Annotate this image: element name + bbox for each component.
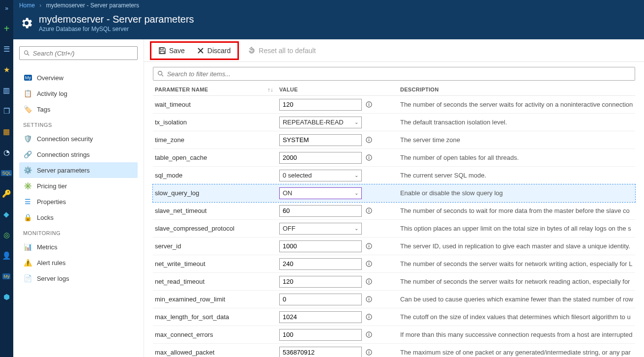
nav-item-connection-strings[interactable]: 🔗Connection strings [19,147,138,162]
rail-circle-icon[interactable]: ◎ [0,229,12,241]
svg-point-19 [369,209,370,210]
info-icon[interactable] [366,137,373,144]
param-input[interactable] [279,134,362,146]
param-name: max_length_for_sort_data [155,313,279,321]
rail-user-icon[interactable]: 👤 [0,250,12,262]
param-input[interactable] [279,347,362,357]
rail-hex-icon[interactable]: ⬢ [0,291,12,303]
info-icon[interactable] [366,101,373,108]
nav-item-pricing-tier[interactable]: ✳️Pricing tier [19,178,138,194]
info-icon[interactable] [366,243,373,250]
param-desc: The server ID, used in replication to gi… [400,242,633,250]
param-row-max_connect_errors: max_connect_errorsIf more than this many… [153,326,635,344]
rail-sql-icon[interactable]: SQL [0,167,12,179]
left-rail: » + ☰ ★ ▥ ❒ ▦ ◔ SQL 🔑 ◆ ◎ 👤 My ⬢ [0,0,13,357]
nav-item-overview[interactable]: MyOverview [19,70,138,86]
shield-icon: 🛡️ [24,135,32,143]
param-input[interactable] [279,258,362,270]
rail-dash-icon[interactable]: ▥ [0,85,12,96]
svg-rect-9 [369,104,369,106]
param-name: net_write_timeout [155,260,279,268]
save-button[interactable]: Save [155,45,188,57]
info-icon[interactable] [366,314,373,321]
svg-point-28 [369,280,370,281]
param-input[interactable] [279,152,362,164]
param-row-net_read_timeout: net_read_timeoutThe number of seconds th… [153,273,635,291]
side-panel: MyOverview📋Activity log🏷️Tags SETTINGS 🛡… [13,39,144,357]
param-desc: The server time zone [400,136,633,144]
nav-item-connection-security[interactable]: 🛡️Connection security [19,131,138,147]
breadcrumb-home[interactable]: Home [19,2,35,9]
filter-box[interactable] [153,67,635,81]
save-label: Save [169,47,185,55]
col-desc-header[interactable]: DESCRIPTION [400,87,633,92]
param-desc: The maximum size of one packet or any ge… [400,349,633,356]
param-input[interactable] [279,240,362,252]
rail-diamond-icon[interactable]: ◆ [0,208,12,220]
nav-item-server-logs[interactable]: 📄Server logs [19,270,138,286]
param-row-net_write_timeout: net_write_timeoutThe number of seconds t… [153,255,635,273]
reset-button[interactable]: Reset all to default [245,45,319,57]
info-icon[interactable] [366,154,373,161]
param-input[interactable] [279,294,362,305]
nav-item-tags[interactable]: 🏷️Tags [19,101,138,117]
param-input[interactable] [279,99,362,111]
param-input[interactable] [279,329,362,341]
nav-item-properties[interactable]: ☰Properties [19,194,138,209]
param-select[interactable]: REPEATABLE-READ⌄ [279,117,362,128]
gear-icon: ⚙️ [24,166,32,174]
sidebar-search-input[interactable] [33,50,133,57]
rail-grid-icon[interactable]: ▦ [0,126,12,138]
param-select[interactable]: ON⌄ [279,187,362,199]
discard-button[interactable]: Discard [194,45,234,57]
svg-point-25 [369,262,370,263]
col-value-header[interactable]: VALUE [279,87,400,92]
param-name: slave_compressed_protocol [155,225,279,232]
rail-mysql-icon[interactable]: My [0,270,12,282]
nav-item-locks[interactable]: 🔒Locks [19,209,138,225]
svg-line-7 [162,75,163,76]
param-input[interactable] [279,205,362,217]
filter-input[interactable] [167,70,631,78]
col-name-header[interactable]: PARAMETER NAME [155,87,208,92]
page-subtitle: Azure Database for MySQL server [39,26,194,32]
param-input[interactable] [279,276,362,288]
svg-rect-15 [369,157,369,159]
rail-list-icon[interactable]: ☰ [0,43,12,55]
param-select[interactable]: OFF⌄ [279,223,362,235]
rail-star-icon[interactable]: ★ [0,64,12,76]
nav-item-metrics[interactable]: 📊Metrics [19,239,138,255]
rail-add-icon[interactable]: + [0,23,12,34]
info-icon[interactable] [366,331,373,338]
nav-label: Properties [37,198,66,206]
reset-label: Reset all to default [259,47,316,55]
info-icon[interactable] [366,278,373,285]
param-name: max_connect_errors [155,331,279,338]
sort-icon[interactable]: ↑↓ [267,87,273,92]
rail-clock-icon[interactable]: ◔ [0,147,12,158]
metrics-icon: 📊 [24,243,32,251]
svg-point-40 [369,351,370,352]
rail-cube-icon[interactable]: ❒ [0,105,12,117]
nav-item-alert-rules[interactable]: ⚠️Alert rules [19,255,138,270]
rail-key-icon[interactable]: 🔑 [0,188,12,200]
info-icon[interactable] [366,296,373,303]
param-input[interactable] [279,311,362,323]
info-icon[interactable] [366,349,373,356]
param-desc: Can be used to cause queries which exami… [400,296,633,303]
info-icon[interactable] [366,261,373,268]
param-row-slave_compressed_protocol: slave_compressed_protocolOFF⌄This option… [153,220,635,238]
sidebar-search[interactable] [19,46,138,60]
lock-icon: 🔒 [24,213,32,221]
param-row-max_length_for_sort_data: max_length_for_sort_dataThe cutoff on th… [153,308,635,326]
param-name: time_zone [155,136,279,144]
nav-item-server-parameters[interactable]: ⚙️Server parameters [19,162,138,178]
info-icon[interactable] [366,208,373,214]
svg-point-22 [369,244,370,245]
expand-rail-button[interactable]: » [0,3,13,14]
param-select[interactable]: 0 selected⌄ [279,170,362,181]
param-desc: If more than this many successive connec… [400,331,633,338]
nav-item-activity-log[interactable]: 📋Activity log [19,86,138,101]
param-row-server_id: server_idThe server ID, used in replicat… [153,238,635,255]
gear-icon [19,16,34,30]
